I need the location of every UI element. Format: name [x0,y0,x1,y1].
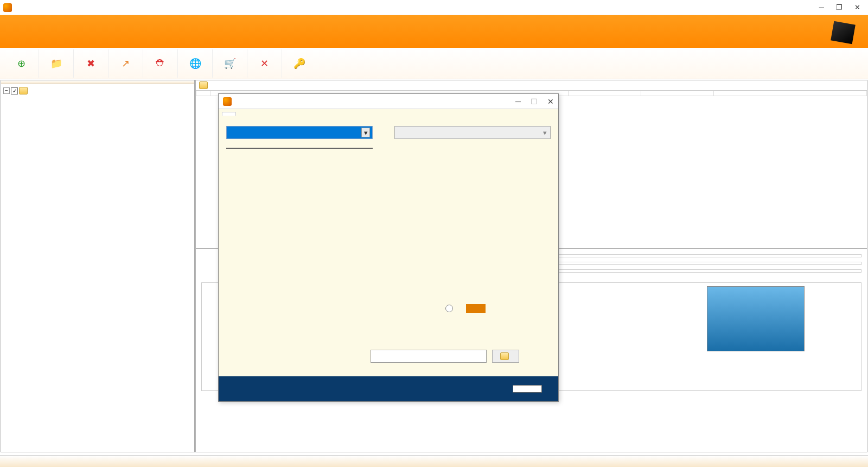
add-files-icon: ⊕ [15,57,28,70]
checkbox-icon[interactable]: ✓ [11,87,18,94]
details-to-value [554,262,861,265]
folder-icon [19,87,28,94]
add-folder-button[interactable]: 📁 [39,49,74,78]
tree-root[interactable]: − ✓ [3,86,192,95]
key-icon: 🔑 [293,57,306,70]
folder-tree[interactable]: − ✓ [1,84,194,97]
col-size[interactable] [714,91,867,96]
maximize-icon[interactable]: ❐ [836,3,843,11]
saving-options-dropdown[interactable] [226,148,373,149]
app-icon [3,3,12,12]
tree-toggle-icon[interactable]: − [3,87,10,94]
add-files-button[interactable]: ⊕ [4,49,39,78]
minimize-icon[interactable]: ─ [819,3,824,11]
add-folder-icon: 📁 [50,57,63,70]
folder-list-header [1,80,194,84]
export-options-tab[interactable] [222,112,236,116]
folder-list-sidebar: − ✓ [1,80,195,452]
activate-license-button[interactable]: 🔑 [282,49,317,78]
browse-button[interactable] [492,350,519,363]
about-button[interactable]: ⛑ [143,49,178,78]
app-banner [0,15,868,48]
dialog-minimize-icon[interactable]: ─ [515,97,521,106]
close-icon[interactable]: ✕ [854,3,860,11]
dialog-maximize-icon[interactable]: ☐ [531,97,538,106]
col-icon[interactable] [196,91,210,96]
naming-options-combo[interactable]: ▾ [394,126,551,139]
folder-icon [500,352,509,360]
online-help-button[interactable]: 🌐 [178,49,213,78]
brand-logo-icon [831,21,856,44]
dialog-close-icon[interactable]: ✕ [547,97,554,106]
details-from-value [554,254,861,257]
brand-logo [832,23,857,42]
export-button[interactable]: ↗ [108,49,143,78]
buy-online-button[interactable]: 🛒 [213,49,247,78]
chevron-down-icon[interactable]: ▾ [361,128,370,137]
chevron-down-icon[interactable]: ▾ [543,129,547,137]
close-files-icon: ✖ [85,57,98,70]
export-icon: ↗ [119,57,132,70]
col-received[interactable] [641,91,714,96]
online-help-icon: 🌐 [189,57,202,70]
statusbar [0,455,868,467]
content-header [196,80,867,91]
about-icon: ⛑ [154,57,167,70]
exit-button[interactable]: ✕ [247,49,282,78]
main-toolbar: ⊕ 📁 ✖ ↗ ⛑ 🌐 🛒 ✕ 🔑 [0,48,868,79]
export-options-dialog: ─ ☐ ✕ ▾ ▾ [218,93,559,402]
preview-thumb-icon [707,286,805,351]
window-titlebar: ─ ❐ ✕ [0,0,868,15]
buy-online-icon: 🛒 [224,57,237,70]
col-sent[interactable] [569,91,641,96]
output-path-input[interactable] [371,350,487,363]
details-subj-value [554,269,861,273]
convert-button[interactable] [513,385,542,393]
apply-filters-button[interactable] [466,304,486,313]
exit-icon: ✕ [258,57,271,70]
dialog-icon [223,97,232,106]
apply-filters-radio[interactable] [445,305,453,312]
folder-icon [199,81,208,89]
saving-options-combo[interactable]: ▾ [226,126,373,139]
close-files-button[interactable]: ✖ [74,49,108,78]
